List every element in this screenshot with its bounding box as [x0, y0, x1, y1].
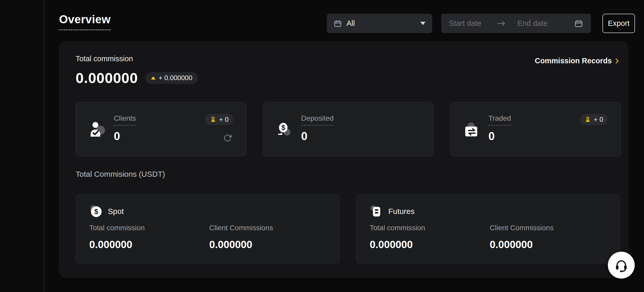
end-date-input[interactable]: End date	[518, 19, 548, 28]
caret-down-icon	[420, 22, 425, 25]
person-icon	[210, 116, 216, 123]
stat-card-clients: Clients 0 + 0	[76, 102, 246, 156]
stat-label: Traded	[488, 114, 511, 126]
column-label: Client Commissions	[209, 224, 273, 232]
delta-badge: + 0.000000	[145, 72, 198, 84]
commission-records-link[interactable]: Commission Records	[535, 57, 621, 65]
trade-arrows-icon	[463, 121, 480, 138]
stat-card-traded: Traded 0 + 0	[450, 102, 621, 156]
delta-value: + 0.000000	[159, 74, 192, 82]
stats-row: Clients 0 + 0 $	[76, 102, 621, 156]
arrow-right-icon	[497, 21, 506, 26]
column-label: Client Commissions	[490, 224, 553, 232]
calendar-icon	[334, 19, 342, 28]
column-value: 0.000000	[370, 239, 425, 250]
start-date-input[interactable]: Start date	[449, 19, 481, 28]
total-commission-label: Total commission	[76, 55, 133, 63]
futures-doc-icon	[370, 205, 383, 218]
total-commission-value: 0.000000	[76, 70, 138, 86]
column-label: Total commission	[370, 224, 425, 232]
card-name: Futures	[388, 207, 415, 216]
refresh-button[interactable]	[223, 134, 232, 142]
person-check-icon	[89, 121, 106, 138]
stat-value: 0	[301, 130, 334, 143]
commission-card-spot: $ Spot Total commission 0.000000 Client …	[76, 194, 340, 264]
sidebar	[0, 0, 44, 292]
person-icon	[584, 116, 591, 123]
commissions-row: $ Spot Total commission 0.000000 Client …	[76, 194, 620, 264]
stat-card-deposited: $ Deposited 0	[263, 102, 434, 156]
stat-value: 0	[488, 130, 511, 143]
stat-label: Clients	[114, 114, 136, 126]
headset-icon	[614, 258, 629, 273]
stat-value: 0	[114, 130, 136, 143]
column-value: 0.000000	[490, 239, 553, 250]
card-name: Spot	[108, 207, 124, 216]
traded-delta-badge: + 0	[580, 114, 608, 125]
dollar-deposit-icon: $	[276, 121, 293, 138]
period-dropdown[interactable]: All	[327, 14, 432, 33]
support-button[interactable]	[608, 252, 635, 279]
date-range-picker[interactable]: Start date End date	[441, 14, 591, 33]
section-title: Total Commisions (USDT)	[76, 170, 165, 179]
header-controls: All Start date End date Export	[327, 14, 635, 33]
dollar-coin-icon: $	[89, 205, 103, 218]
triangle-up-icon	[151, 76, 156, 80]
svg-text:$: $	[94, 208, 98, 216]
column-value: 0.000000	[89, 239, 145, 250]
svg-text:$: $	[281, 124, 285, 132]
calendar-icon	[574, 19, 583, 28]
stat-label: Deposited	[301, 114, 334, 126]
column-value: 0.000000	[209, 239, 273, 250]
period-dropdown-value: All	[347, 19, 355, 28]
page-title: Overview	[59, 13, 111, 30]
column-label: Total commission	[89, 224, 145, 232]
refresh-icon	[223, 139, 232, 143]
overview-panel: Total commission 0.000000 + 0.000000 Com…	[59, 41, 628, 278]
export-button[interactable]: Export	[602, 14, 635, 33]
clients-delta-badge: + 0	[205, 114, 233, 125]
chevron-right-icon	[613, 57, 621, 65]
commission-card-futures: Futures Total commission 0.000000 Client…	[356, 194, 620, 264]
